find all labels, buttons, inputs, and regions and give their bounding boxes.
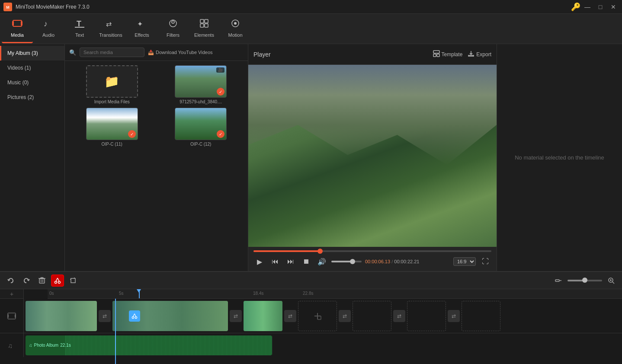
cut-marker-on-clip bbox=[129, 310, 140, 322]
player-controls: ▶ ⏮ ⏭ ⏹ 🔊 00:00:06.13 / 00:00:22.21 bbox=[248, 247, 497, 271]
empty-slot-1[interactable] bbox=[298, 301, 337, 331]
transition-2[interactable]: ⇄ bbox=[230, 310, 242, 322]
elements-icon bbox=[199, 19, 209, 31]
svg-rect-20 bbox=[437, 54, 439, 57]
toolbar-media-label: Media bbox=[11, 32, 24, 38]
toolbar-motion-label: Motion bbox=[228, 32, 242, 38]
sidebar-item-my-album[interactable]: My Album (3) bbox=[0, 46, 64, 61]
video-badge: 🎥 bbox=[216, 67, 224, 73]
toolbar-transitions[interactable]: ⇄ Transitions bbox=[95, 15, 126, 43]
progress-bar[interactable] bbox=[253, 250, 491, 252]
svg-rect-41 bbox=[15, 314, 16, 318]
time-separator: / bbox=[391, 259, 393, 264]
zoom-handle[interactable] bbox=[582, 278, 587, 283]
toolbar-media[interactable]: Media bbox=[2, 15, 33, 43]
empty-slot-3[interactable] bbox=[407, 301, 446, 331]
media-item-video1[interactable]: 🎥 ✓ 9712579-uhd_3840.... bbox=[158, 65, 244, 104]
ruler-mark-22s: 22.8s bbox=[303, 291, 313, 296]
fullscreen-button[interactable]: ⛶ bbox=[479, 255, 491, 268]
transition-6[interactable]: ⇄ bbox=[448, 310, 460, 322]
app-icon: M bbox=[3, 3, 12, 11]
aspect-ratio-select[interactable]: 16:9 9:16 4:3 1:1 bbox=[453, 257, 476, 266]
search-input[interactable] bbox=[80, 48, 144, 57]
media-item-pic1[interactable]: ✓ OIP-C (11) bbox=[69, 108, 155, 147]
empty-slot-2[interactable] bbox=[353, 301, 391, 331]
svg-text:♫: ♫ bbox=[8, 342, 13, 349]
template-button[interactable]: Template bbox=[433, 50, 463, 58]
svg-rect-12 bbox=[200, 19, 204, 23]
media-item-pic2[interactable]: ✓ OIP-C (12) bbox=[158, 108, 244, 147]
transition-4[interactable]: ⇄ bbox=[339, 310, 351, 322]
close-button[interactable]: ✕ bbox=[608, 2, 619, 12]
clip-valley[interactable] bbox=[112, 301, 228, 331]
ruler-mark-18s: 18.4s bbox=[253, 291, 263, 296]
properties-panel: No material selected on the timeline bbox=[497, 44, 622, 271]
zoom-out-button[interactable] bbox=[552, 275, 565, 287]
media-panel: 🔍 📥 Download YouTube Videos 📁 Import Med… bbox=[65, 44, 248, 271]
sidebar: My Album (3) Videos (1) Music (0) Pictur… bbox=[0, 44, 65, 271]
toolbar-elements[interactable]: Elements bbox=[189, 15, 220, 43]
main-layout: My Album (3) Videos (1) Music (0) Pictur… bbox=[0, 44, 622, 271]
import-thumb: 📁 bbox=[86, 65, 138, 98]
progress-handle[interactable] bbox=[317, 249, 323, 254]
export-button[interactable]: Export bbox=[468, 50, 491, 58]
audio-clip-name: Photo Album bbox=[34, 343, 59, 348]
pic2-thumb: ✓ bbox=[175, 108, 227, 140]
transition-1[interactable]: ⇄ bbox=[99, 310, 111, 322]
crop-button[interactable] bbox=[67, 275, 80, 287]
svg-text:✦: ✦ bbox=[137, 20, 143, 28]
cut-button[interactable] bbox=[51, 275, 64, 287]
music-note-icon: ♫ bbox=[29, 343, 32, 348]
transition-5[interactable]: ⇄ bbox=[393, 310, 405, 322]
zoom-slider[interactable] bbox=[567, 280, 602, 281]
empty-slot-4[interactable] bbox=[462, 301, 500, 331]
transition-3[interactable]: ⇄ bbox=[284, 310, 296, 322]
audio-clip[interactable]: ♫ Photo Album 22.1s bbox=[26, 335, 272, 355]
toolbar-text[interactable]: T Text bbox=[64, 15, 95, 43]
sidebar-item-videos[interactable]: Videos (1) bbox=[0, 61, 64, 75]
zoom-in-button[interactable] bbox=[605, 275, 618, 287]
sidebar-item-pictures[interactable]: Pictures (2) bbox=[0, 90, 64, 105]
minimize-button[interactable]: — bbox=[582, 2, 593, 12]
maximize-button[interactable]: □ bbox=[595, 2, 606, 12]
import-media-item[interactable]: 📁 Import Media Files bbox=[69, 65, 155, 104]
svg-line-36 bbox=[612, 282, 614, 284]
clip-green[interactable] bbox=[244, 301, 282, 331]
toolbar-filters[interactable]: Filters bbox=[157, 15, 189, 43]
stop-button[interactable]: ⏹ bbox=[300, 255, 312, 268]
delete-button[interactable] bbox=[35, 275, 48, 287]
toolbar-filters-label: Filters bbox=[167, 32, 180, 38]
player-actions: Template Export bbox=[433, 50, 491, 58]
download-youtube-button[interactable]: 📥 Download YouTube Videos bbox=[148, 50, 213, 55]
timeline-tracks: ⇄ ⇄ ⇄ bbox=[0, 299, 622, 364]
template-icon bbox=[433, 50, 440, 58]
svg-rect-13 bbox=[205, 19, 208, 23]
toolbar-motion[interactable]: Motion bbox=[220, 15, 251, 43]
progress-fill bbox=[253, 250, 320, 252]
toolbar-audio[interactable]: ♪ Audio bbox=[33, 15, 64, 43]
player-title: Player bbox=[253, 51, 271, 58]
svg-text:⇄: ⇄ bbox=[106, 20, 112, 28]
svg-rect-25 bbox=[41, 278, 43, 278]
title-bar: M MiniTool MovieMaker Free 7.3.0 🔑 — □ ✕ bbox=[0, 0, 622, 14]
next-button[interactable]: ⏭ bbox=[285, 255, 297, 268]
export-icon bbox=[468, 50, 475, 58]
add-track-icon[interactable]: + bbox=[10, 291, 13, 297]
video-frame bbox=[248, 65, 497, 247]
clip-alps[interactable] bbox=[26, 301, 97, 331]
prev-button[interactable]: ⏮ bbox=[269, 255, 281, 268]
audio-icon: ♪ bbox=[44, 19, 53, 31]
toolbar-effects[interactable]: ✦ Effects bbox=[126, 15, 157, 43]
redo-button[interactable] bbox=[20, 275, 33, 287]
svg-point-17 bbox=[234, 22, 237, 25]
volume-button[interactable]: 🔊 bbox=[316, 255, 328, 268]
svg-line-29 bbox=[58, 278, 59, 281]
ruler-mark-0s: 0s bbox=[49, 291, 54, 296]
play-button[interactable]: ▶ bbox=[253, 255, 266, 268]
volume-handle[interactable] bbox=[350, 259, 355, 264]
volume-slider[interactable] bbox=[331, 261, 362, 262]
media-toolbar: 🔍 📥 Download YouTube Videos bbox=[65, 44, 248, 61]
sidebar-item-music[interactable]: Music (0) bbox=[0, 75, 64, 90]
undo-button[interactable] bbox=[4, 275, 17, 287]
controls-left: ▶ ⏮ ⏭ ⏹ 🔊 00:00:06.13 / 00:00:22.21 bbox=[253, 255, 419, 268]
